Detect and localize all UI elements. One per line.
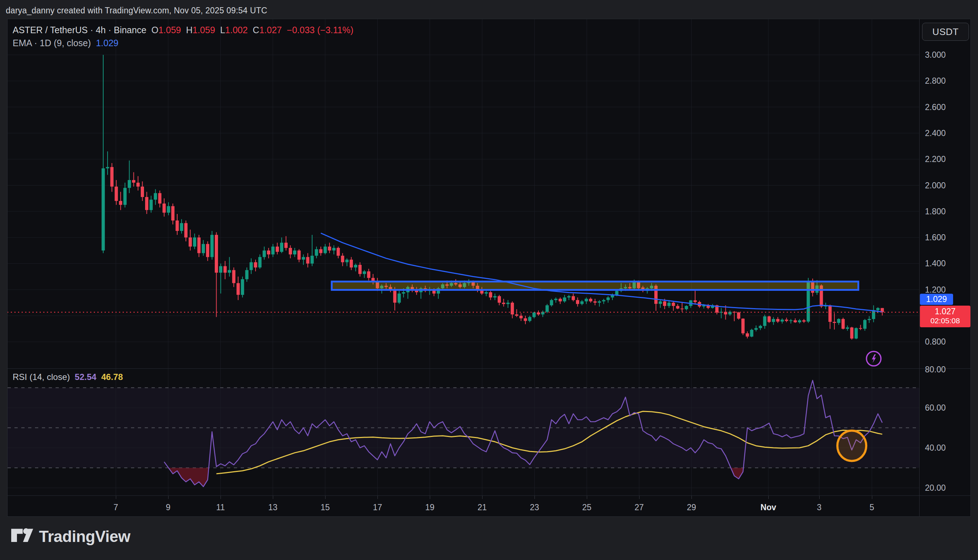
candle-body[interactable] bbox=[115, 187, 118, 201]
candle-body[interactable] bbox=[593, 301, 596, 303]
candle-body[interactable] bbox=[280, 243, 283, 252]
candle-body[interactable] bbox=[289, 248, 292, 254]
candle-body[interactable] bbox=[550, 300, 553, 306]
candle-body[interactable] bbox=[532, 312, 536, 317]
candle-body[interactable] bbox=[772, 319, 775, 322]
candle-body[interactable] bbox=[746, 333, 749, 337]
candle-body[interactable] bbox=[297, 250, 301, 260]
candle-body[interactable] bbox=[206, 244, 209, 257]
candle-body[interactable] bbox=[332, 248, 336, 250]
candle-body[interactable] bbox=[276, 247, 279, 252]
candle-body[interactable] bbox=[210, 235, 214, 257]
candle-body[interactable] bbox=[306, 257, 309, 263]
candle-body[interactable] bbox=[237, 283, 240, 295]
candle-body[interactable] bbox=[197, 237, 201, 253]
candle-body[interactable] bbox=[506, 303, 510, 304]
candle-body[interactable] bbox=[324, 247, 327, 253]
candle-body[interactable] bbox=[537, 312, 540, 314]
candle-body[interactable] bbox=[354, 265, 357, 267]
candle-body[interactable] bbox=[132, 180, 135, 183]
candle-body[interactable] bbox=[367, 271, 370, 278]
candle-body[interactable] bbox=[563, 297, 566, 301]
candle-body[interactable] bbox=[846, 328, 849, 329]
candle-body[interactable] bbox=[502, 303, 505, 304]
candle-body[interactable] bbox=[498, 296, 501, 303]
candle-body[interactable] bbox=[232, 270, 235, 283]
candle-body[interactable] bbox=[554, 299, 558, 300]
candle-body[interactable] bbox=[350, 260, 353, 268]
candle-body[interactable] bbox=[781, 320, 784, 322]
candle-body[interactable] bbox=[768, 317, 771, 322]
candle-body[interactable] bbox=[180, 223, 183, 231]
candle-body[interactable] bbox=[315, 249, 318, 256]
candle-body[interactable] bbox=[615, 291, 618, 295]
candle-body[interactable] bbox=[185, 223, 188, 237]
candle-body[interactable] bbox=[241, 279, 244, 295]
lightning-boost-icon[interactable] bbox=[862, 347, 885, 370]
candle-body[interactable] bbox=[141, 187, 144, 197]
candle-body[interactable] bbox=[519, 316, 523, 318]
candle-body[interactable] bbox=[250, 262, 253, 270]
candle-body[interactable] bbox=[589, 299, 592, 301]
candle-body[interactable] bbox=[602, 300, 605, 302]
candle-body[interactable] bbox=[328, 247, 331, 250]
candle-body[interactable] bbox=[663, 301, 666, 306]
candle-body[interactable] bbox=[511, 303, 514, 315]
candle-body[interactable] bbox=[119, 201, 122, 205]
symbol-legend[interactable]: ASTER / TetherUS · 4h · Binance O1.059 H… bbox=[13, 25, 353, 35]
candle-body[interactable] bbox=[676, 306, 679, 308]
candle-body[interactable] bbox=[485, 292, 488, 294]
candle-body[interactable] bbox=[193, 237, 196, 247]
candle-body[interactable] bbox=[585, 299, 588, 301]
candle-body[interactable] bbox=[254, 262, 257, 268]
candle-body[interactable] bbox=[776, 319, 780, 322]
candle-body[interactable] bbox=[750, 330, 753, 337]
candle-body[interactable] bbox=[694, 300, 697, 302]
candle-body[interactable] bbox=[189, 237, 192, 247]
candle-body[interactable] bbox=[162, 203, 166, 213]
candle-body[interactable] bbox=[219, 266, 222, 273]
candle-body[interactable] bbox=[798, 320, 801, 322]
symbol-name[interactable]: ASTER / TetherUS bbox=[13, 25, 88, 35]
candle-body[interactable] bbox=[785, 320, 788, 321]
candle-body[interactable] bbox=[202, 244, 205, 253]
candle-body[interactable] bbox=[176, 220, 179, 231]
candle-body[interactable] bbox=[598, 301, 601, 303]
candle-body[interactable] bbox=[145, 197, 148, 210]
candle-body[interactable] bbox=[580, 301, 583, 304]
candle-body[interactable] bbox=[763, 317, 766, 326]
candle-body[interactable] bbox=[850, 328, 853, 339]
candle-body[interactable] bbox=[245, 270, 249, 279]
candle-body[interactable] bbox=[258, 257, 262, 267]
candle-body[interactable] bbox=[363, 271, 366, 274]
candle-body[interactable] bbox=[123, 188, 127, 205]
pane-separator[interactable] bbox=[8, 368, 970, 369]
candle-body[interactable] bbox=[789, 320, 793, 321]
candle-body[interactable] bbox=[106, 167, 109, 168]
candle-body[interactable] bbox=[223, 266, 227, 273]
ema-legend[interactable]: EMA · 1D (9, close) 1.029 bbox=[13, 38, 118, 48]
candle-body[interactable] bbox=[154, 193, 157, 200]
tradingview-logo[interactable]: TradingView bbox=[11, 526, 130, 547]
rsi-pane[interactable] bbox=[8, 368, 919, 495]
candle-body[interactable] bbox=[659, 301, 662, 304]
candle-body[interactable] bbox=[741, 318, 745, 333]
candle-body[interactable] bbox=[606, 297, 610, 300]
candle-body[interactable] bbox=[102, 168, 105, 251]
candle-body[interactable] bbox=[667, 303, 671, 306]
candle-body[interactable] bbox=[802, 320, 805, 322]
candle-body[interactable] bbox=[293, 250, 296, 254]
candle-body[interactable] bbox=[755, 328, 758, 330]
price-chart-pane[interactable] bbox=[8, 19, 919, 368]
candle-body[interactable] bbox=[576, 300, 579, 304]
orange-circle-annotation[interactable] bbox=[837, 430, 866, 461]
candle-body[interactable] bbox=[567, 296, 571, 298]
candle-body[interactable] bbox=[172, 206, 175, 220]
candle-body[interactable] bbox=[559, 299, 562, 301]
candle-body[interactable] bbox=[515, 314, 518, 316]
candle-body[interactable] bbox=[319, 249, 323, 253]
candle-body[interactable] bbox=[341, 256, 344, 262]
ema-line[interactable] bbox=[321, 233, 882, 312]
candle-body[interactable] bbox=[128, 180, 131, 188]
candle-body[interactable] bbox=[546, 305, 549, 312]
